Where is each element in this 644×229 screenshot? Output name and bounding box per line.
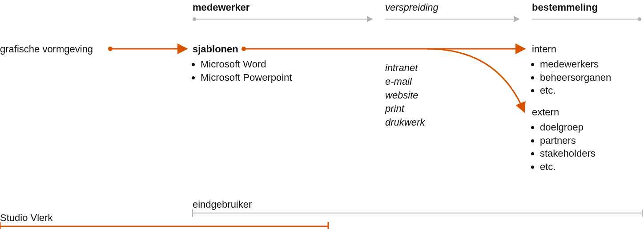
list-item: partners [540,134,596,147]
list-item: beheersorganen [540,71,611,84]
extern-bullets: doelgroep partners stakeholders etc. [532,121,596,174]
channel-item: intranet [385,61,425,75]
label-extern: extern [532,107,559,118]
label-intern: intern [532,43,556,55]
channel-item: drukwerk [385,116,425,130]
list-item: medewerkers [540,58,611,71]
svg-point-0 [193,17,196,21]
list-item: stakeholders [540,147,596,160]
label-grafische-vormgeving: grafische vormgeving [0,43,93,55]
list-item: etc. [540,160,596,174]
heading-bestemmeling: bestemmeling [532,2,598,13]
label-sjablonen: sjablonen [193,43,238,55]
label-studio-vlerk: Studio Vlerk [0,212,53,224]
svg-point-7 [242,47,246,51]
label-eindgebruiker: eindgebruiker [193,199,252,210]
channels-list: intranet e-mail website print drukwerk [385,61,425,130]
channel-item: e-mail [385,75,425,89]
list-item: Microsoft Powerpoint [201,71,292,84]
list-item: doelgroep [540,121,596,134]
intern-bullets: medewerkers beheersorganen etc. [532,58,611,97]
channel-item: website [385,89,425,103]
heading-verspreiding: verspreiding [385,2,439,13]
sjablonen-bullets: Microsoft Word Microsoft Powerpoint [193,58,292,84]
svg-point-5 [108,47,113,51]
svg-point-4 [638,17,641,21]
list-item: etc. [540,84,611,97]
channel-item: print [385,102,425,116]
heading-medewerker: medewerker [193,2,250,13]
list-item: Microsoft Word [201,58,292,71]
